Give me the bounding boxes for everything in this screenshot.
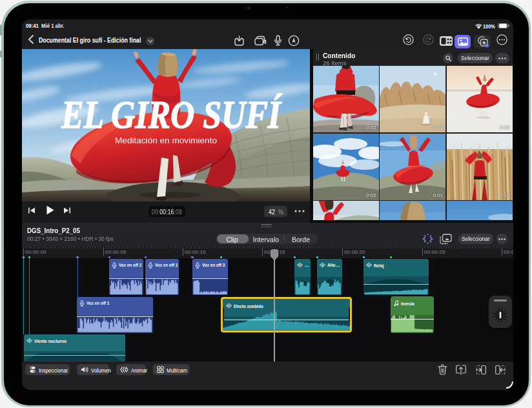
svg-text:Meditación en movimiento: Meditación en movimiento: [115, 136, 217, 145]
svg-text:EL GIRO SUFÍ: EL GIRO SUFÍ: [61, 92, 283, 136]
